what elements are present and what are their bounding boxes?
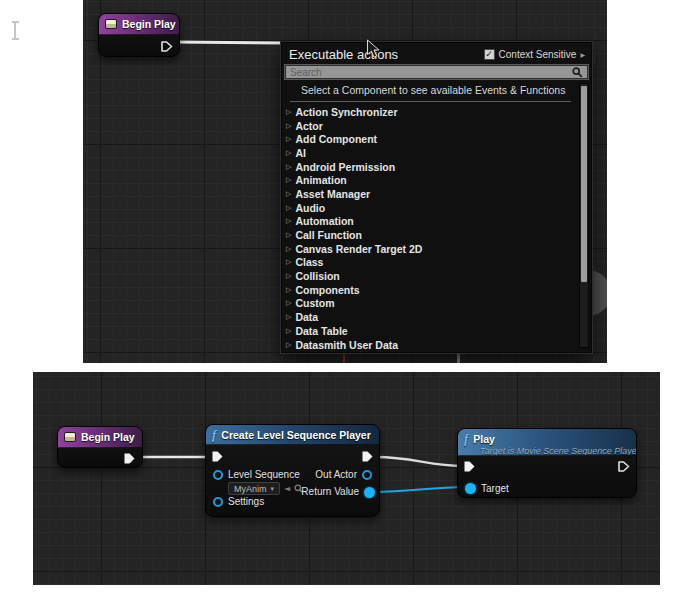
category-row-automation[interactable]: ▷Automation bbox=[282, 215, 591, 229]
out-actor-label: Out Actor bbox=[315, 469, 357, 480]
settings-label: Settings bbox=[228, 496, 264, 507]
level-sequence-pin[interactable] bbox=[213, 470, 223, 480]
category-row-asset-manager[interactable]: ▷Asset Manager bbox=[282, 187, 591, 201]
exec-out-pin[interactable] bbox=[123, 452, 136, 465]
play-node[interactable]: f Play Target is Movie Scene Sequence Pl… bbox=[457, 428, 637, 498]
expander-icon[interactable]: ▷ bbox=[286, 163, 291, 171]
target-label: Target bbox=[481, 483, 509, 494]
node-title: Create Level Sequence Player bbox=[221, 429, 370, 441]
category-row-actor[interactable]: ▷Actor bbox=[282, 119, 591, 133]
category-row-datasmith-user-data[interactable]: ▷Datasmith User Data bbox=[282, 338, 591, 352]
level-sequence-label: Level Sequence bbox=[228, 469, 300, 480]
node-title: Begin Play bbox=[122, 18, 176, 30]
category-row-action-synchronizer[interactable]: ▷Action Synchronizer bbox=[282, 105, 591, 119]
category-row-collision[interactable]: ▷Collision bbox=[282, 269, 591, 283]
node-subtitle: Target is Movie Scene Sequence Player bbox=[480, 446, 628, 456]
expander-icon[interactable]: ▷ bbox=[286, 190, 291, 198]
target-pin[interactable] bbox=[465, 483, 476, 494]
exec-out-pin[interactable] bbox=[160, 40, 173, 53]
use-selected-asset-icon[interactable]: ◄ bbox=[284, 484, 290, 493]
expander-icon[interactable]: ▷ bbox=[286, 149, 291, 157]
expander-icon[interactable]: ▷ bbox=[286, 258, 291, 266]
component-hint-text: Select a Component to see available Even… bbox=[282, 79, 591, 99]
exec-wire-2 bbox=[376, 457, 464, 466]
asset-dropdown[interactable]: MyAnim ▾ bbox=[228, 482, 280, 495]
begin-play-header: Begin Play bbox=[99, 14, 179, 35]
return-value-pin[interactable] bbox=[364, 487, 375, 498]
event-icon bbox=[105, 19, 117, 29]
text-cursor bbox=[14, 23, 16, 38]
mouse-cursor bbox=[366, 39, 380, 59]
expander-icon[interactable]: ▷ bbox=[286, 272, 291, 280]
expander-icon[interactable]: ▷ bbox=[286, 299, 291, 307]
caret-down-icon: ▾ bbox=[271, 485, 275, 493]
category-row-call-function[interactable]: ▷Call Function bbox=[282, 228, 591, 242]
context-menu: Executable actions ✓ Context Sensitive ▶… bbox=[281, 42, 592, 353]
exec-out-pin[interactable] bbox=[361, 450, 374, 463]
search-placeholder: Search bbox=[290, 67, 572, 78]
category-row-class[interactable]: ▷Class bbox=[282, 256, 591, 270]
chevron-right-icon[interactable]: ▶ bbox=[580, 51, 585, 58]
category-list: ▷Action Synchronizer ▷Actor ▷Add Compone… bbox=[282, 105, 591, 351]
check-icon: ✓ bbox=[485, 50, 493, 59]
expander-icon[interactable]: ▷ bbox=[286, 108, 291, 116]
category-row-audio[interactable]: ▷Audio bbox=[282, 201, 591, 215]
category-row-android-permission[interactable]: ▷Android Permission bbox=[282, 160, 591, 174]
expander-icon[interactable]: ▷ bbox=[286, 313, 291, 321]
category-row-animation[interactable]: ▷Animation bbox=[282, 173, 591, 187]
scrollbar-thumb[interactable] bbox=[581, 86, 587, 282]
expander-icon[interactable]: ▷ bbox=[286, 122, 291, 130]
begin-play-node[interactable]: Begin Play bbox=[57, 426, 143, 468]
scrollbar[interactable] bbox=[579, 83, 589, 348]
function-icon: f bbox=[464, 432, 468, 445]
function-icon: f bbox=[212, 428, 216, 441]
data-wire bbox=[374, 487, 467, 492]
search-icon bbox=[572, 67, 583, 78]
exec-in-pin[interactable] bbox=[463, 460, 476, 473]
begin-play-node[interactable]: Begin Play bbox=[98, 13, 180, 57]
context-sensitive-label: Context Sensitive bbox=[499, 49, 577, 60]
expander-icon[interactable]: ▷ bbox=[286, 245, 291, 253]
context-menu-titlebar: Executable actions ✓ Context Sensitive ▶ bbox=[282, 43, 591, 65]
expander-icon[interactable]: ▷ bbox=[286, 135, 291, 143]
out-actor-pin[interactable] bbox=[362, 470, 372, 480]
node-title: Begin Play bbox=[81, 431, 135, 443]
category-row-data[interactable]: ▷Data bbox=[282, 310, 591, 324]
node-title: Play bbox=[473, 433, 495, 445]
asset-picker-row: MyAnim ▾ ◄ bbox=[228, 482, 304, 495]
category-row-ai[interactable]: ▷AI bbox=[282, 146, 591, 160]
separator bbox=[290, 101, 571, 102]
category-row-canvas-render-target-2d[interactable]: ▷Canvas Render Target 2D bbox=[282, 242, 591, 256]
begin-play-header: Begin Play bbox=[58, 427, 142, 448]
context-sensitive-checkbox[interactable]: ✓ bbox=[484, 49, 495, 60]
expander-icon[interactable]: ▷ bbox=[286, 286, 291, 294]
search-input[interactable]: Search bbox=[285, 65, 588, 79]
create-node-header: f Create Level Sequence Player bbox=[206, 425, 379, 445]
category-row-components[interactable]: ▷Components bbox=[282, 283, 591, 297]
exec-out-pin[interactable] bbox=[617, 460, 630, 473]
context-menu-title: Executable actions bbox=[289, 47, 484, 62]
blueprint-graph-bottom[interactable]: Begin Play f Create Level Sequence Playe… bbox=[33, 372, 660, 585]
category-row-add-component[interactable]: ▷Add Component bbox=[282, 132, 591, 146]
blueprint-graph-top[interactable]: Begin Play Executable actions ✓ Context … bbox=[83, 0, 607, 363]
create-level-sequence-player-node[interactable]: f Create Level Sequence Player Level Seq… bbox=[205, 424, 380, 517]
expander-icon[interactable]: ▷ bbox=[286, 217, 291, 225]
category-row-custom[interactable]: ▷Custom bbox=[282, 297, 591, 311]
asset-value: MyAnim bbox=[234, 484, 267, 494]
event-icon bbox=[64, 432, 76, 442]
category-row-data-table[interactable]: ▷Data Table bbox=[282, 324, 591, 338]
exec-in-pin[interactable] bbox=[211, 450, 224, 463]
expander-icon[interactable]: ▷ bbox=[286, 341, 291, 349]
expander-icon[interactable]: ▷ bbox=[286, 204, 291, 212]
play-node-header: f Play Target is Movie Scene Sequence Pl… bbox=[458, 429, 636, 456]
return-value-label: Return Value bbox=[301, 486, 359, 497]
settings-pin[interactable] bbox=[213, 497, 223, 507]
expander-icon[interactable]: ▷ bbox=[286, 327, 291, 335]
expander-icon[interactable]: ▷ bbox=[286, 231, 291, 239]
expander-icon[interactable]: ▷ bbox=[286, 176, 291, 184]
